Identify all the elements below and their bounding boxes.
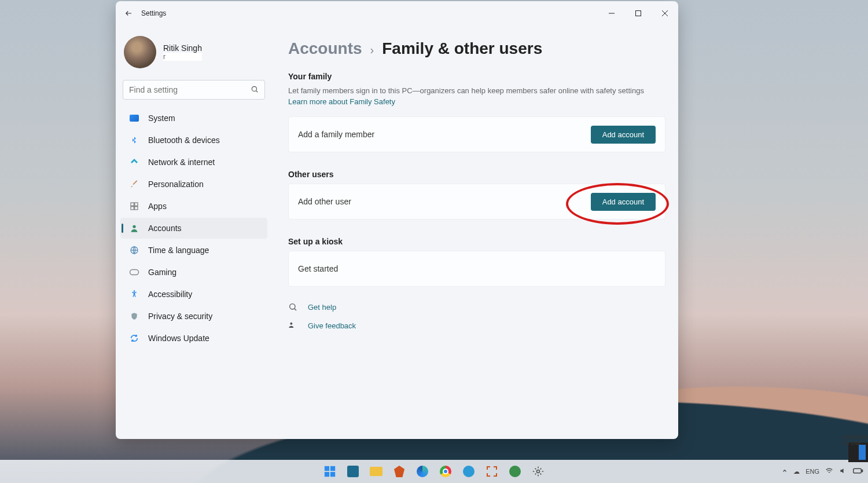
start-button[interactable] [320,462,340,481]
page-title: Family & other users [382,39,542,58]
svg-rect-22 [854,469,862,473]
sidebar-item-gaming[interactable]: Gaming [120,262,267,283]
svg-point-10 [133,225,135,228]
sidebar-item-label: Network & internet [148,158,215,167]
get-help-link[interactable]: Get help [288,302,665,312]
globe-clock-icon [128,244,140,256]
taskbar-app-settings[interactable] [528,462,548,481]
taskbar-app-explorer[interactable] [366,462,386,481]
settings-window: Settings Ritik Singh r [116,1,678,439]
section-title-family: Your family [288,72,665,81]
card-add-family: Add a family member Add account [288,116,665,152]
gamepad-icon [128,266,140,278]
card-add-other-user: Add other user Add account [288,184,665,219]
svg-rect-17 [325,466,329,471]
sidebar-item-personalization[interactable]: Personalization [120,174,267,195]
user-email: r [163,53,202,61]
help-link-label: Get help [308,303,336,312]
svg-point-13 [134,290,135,292]
titlebar: Settings [116,1,678,25]
svg-point-21 [537,470,540,473]
sidebar-item-label: Gaming [148,268,176,277]
systray-volume-icon[interactable] [839,467,847,476]
card-label: Get started [298,264,338,273]
sidebar-item-label: Apps [148,202,167,211]
window-title: Settings [141,9,166,17]
sidebar-item-update[interactable]: Windows Update [120,328,267,349]
systray-wifi-icon[interactable] [825,467,833,476]
bluetooth-icon [128,134,140,146]
section-desc-family: Let family members sign in to this PC—or… [288,86,665,96]
svg-rect-1 [636,11,641,16]
breadcrumb-root[interactable]: Accounts [288,39,362,58]
close-button[interactable] [652,1,678,25]
help-icon [288,302,299,312]
svg-rect-18 [330,466,335,471]
search-input[interactable] [129,85,251,94]
search-box[interactable] [123,80,265,100]
person-icon [128,222,140,234]
svg-line-15 [295,309,296,310]
sidebar-item-time[interactable]: Time & language [120,240,267,261]
taskbar-app-generic2[interactable] [505,462,525,481]
paintbrush-icon [128,178,140,190]
taskbar-app-generic1[interactable] [482,462,502,481]
svg-rect-23 [862,470,863,472]
svg-rect-6 [131,203,134,206]
sidebar-item-privacy[interactable]: Privacy & security [120,306,267,327]
feedback-icon [288,320,299,331]
give-feedback-link[interactable]: Give feedback [288,320,665,331]
breadcrumb: Accounts › Family & other users [288,39,665,58]
content-area: Accounts › Family & other users Your fam… [272,25,678,439]
maximize-button[interactable] [625,1,652,25]
systray-onedrive-icon[interactable]: ☁ [793,468,800,475]
section-title-other-users: Other users [288,170,665,179]
taskbar-app-telegram[interactable] [459,462,479,481]
sidebar-item-label: Personalization [148,180,204,189]
svg-rect-12 [130,270,139,275]
taskbar-app-edge[interactable] [413,462,432,481]
sidebar-item-label: Accounts [148,224,182,233]
taskbar-app-brave[interactable] [389,462,409,481]
sidebar: Ritik Singh r System [116,25,272,439]
svg-point-14 [290,304,295,309]
svg-line-5 [256,90,258,92]
card-label: Add a family member [298,130,374,139]
svg-point-16 [290,323,292,325]
taskbar-app-chrome[interactable] [436,462,455,481]
apps-icon [128,200,140,212]
add-other-user-account-button[interactable]: Add account [591,193,656,211]
minimize-button[interactable] [598,1,625,25]
taskbar-app-store[interactable] [343,462,363,481]
sidebar-item-label: Time & language [148,246,209,255]
link-learn-more-family[interactable]: Learn more about Family Safety [288,97,665,106]
user-name: Ritik Singh [163,43,202,53]
sidebar-item-label: Privacy & security [148,312,212,321]
sidebar-item-accessibility[interactable]: Accessibility [120,284,267,305]
sidebar-item-network[interactable]: Network & internet [120,152,267,173]
sidebar-item-label: Bluetooth & devices [148,136,220,145]
search-icon [251,85,259,95]
shield-icon [128,310,140,322]
sidebar-item-accounts[interactable]: Accounts [120,218,267,239]
sidebar-item-apps[interactable]: Apps [120,196,267,217]
user-card[interactable]: Ritik Singh r [120,31,267,76]
systray-battery-icon[interactable] [853,467,863,475]
add-family-account-button[interactable]: Add account [591,126,656,144]
svg-point-4 [252,86,256,91]
accessibility-icon [128,288,140,300]
sidebar-item-system[interactable]: System [120,108,267,129]
feedback-link-label: Give feedback [308,321,356,330]
sidebar-item-label: System [148,114,175,123]
svg-rect-20 [330,472,335,477]
wifi-icon [128,156,140,168]
back-button[interactable] [124,8,134,19]
watermark-text: GADGETS TO USE [842,434,868,446]
svg-rect-7 [135,203,138,206]
language-indicator[interactable]: ENG [806,468,819,475]
taskbar: ☁ ENG [0,460,868,483]
avatar [124,36,156,68]
card-kiosk[interactable]: Get started [288,251,665,287]
sidebar-item-bluetooth[interactable]: Bluetooth & devices [120,130,267,151]
systray-chevron-up-icon[interactable] [782,468,788,475]
